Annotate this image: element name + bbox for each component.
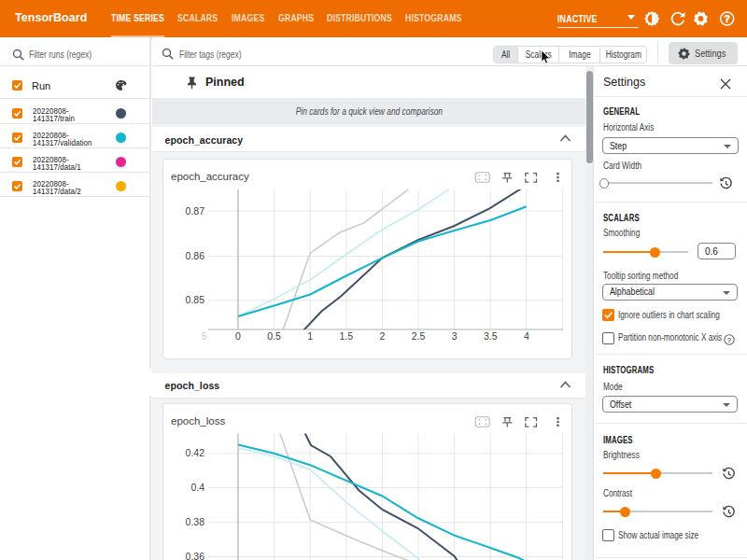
svg-text:1.5: 1.5 <box>339 330 353 342</box>
svg-text:0.87: 0.87 <box>186 205 205 217</box>
svg-text:0.38: 0.38 <box>186 516 205 527</box>
svg-text:0.85: 0.85 <box>186 294 205 305</box>
svg-text:2.5: 2.5 <box>412 330 426 342</box>
svg-text:3: 3 <box>452 330 458 342</box>
svg-text:4: 4 <box>524 330 529 342</box>
svg-text:0: 0 <box>235 330 241 342</box>
svg-text:0.42: 0.42 <box>186 447 205 458</box>
svg-text:0.86: 0.86 <box>186 250 205 261</box>
svg-text:epoch_loss: epoch_loss <box>171 415 225 427</box>
svg-text:0.36: 0.36 <box>186 551 205 560</box>
svg-text:?: ? <box>724 13 730 24</box>
svg-text:0.5: 0.5 <box>267 330 281 342</box>
svg-text:1: 1 <box>307 330 313 342</box>
svg-text:5: 5 <box>202 330 207 342</box>
svg-text:0.4: 0.4 <box>190 482 204 493</box>
svg-text:2: 2 <box>379 330 385 342</box>
svg-text:?: ? <box>726 335 731 343</box>
svg-text:3.5: 3.5 <box>484 330 498 342</box>
svg-text:epoch_accuracy: epoch_accuracy <box>171 171 249 182</box>
